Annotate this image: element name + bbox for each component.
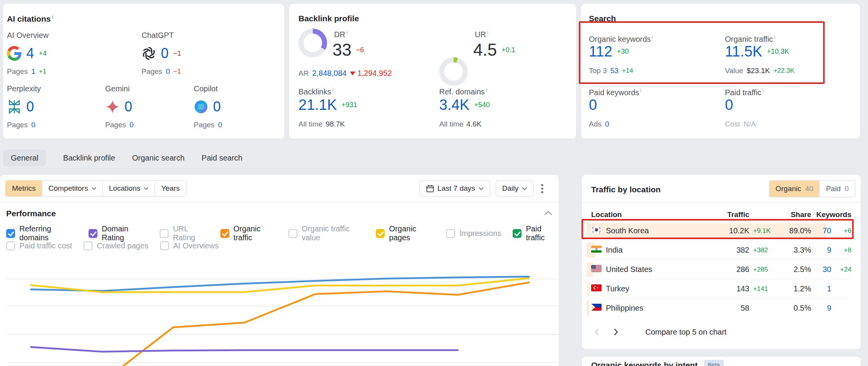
divider bbox=[582, 202, 861, 203]
filter-button-competitors[interactable]: Competitors bbox=[42, 180, 102, 197]
traffic-value: 58 bbox=[711, 304, 749, 313]
keywords-value[interactable]: 30 bbox=[811, 265, 831, 274]
ar-delta: 1,294,952 bbox=[357, 69, 392, 78]
compare-top5-button[interactable]: Compare top 5 on chart bbox=[645, 328, 726, 337]
ai-source-label: Perplexity bbox=[7, 84, 100, 93]
info-icon: i bbox=[332, 87, 333, 92]
table-body: South Korea 10.2K +9.1K 89.0% 70 +6 Indi… bbox=[591, 221, 851, 318]
collapse-chevron-icon[interactable] bbox=[544, 210, 553, 217]
prev-page-icon[interactable] bbox=[588, 323, 605, 340]
metric-checkbox-paid-traffic-cost[interactable]: Paid traffic cost bbox=[6, 241, 72, 250]
metric-checkbox-organic-traffic-value[interactable]: Organic traffic value bbox=[288, 224, 364, 242]
keywords-value[interactable]: 1 bbox=[811, 284, 831, 293]
dashboard-page: AI citationsi AI Overview 4 +4 Pages 1 +… bbox=[0, 0, 868, 366]
ads-value[interactable]: 0 bbox=[605, 120, 609, 128]
pages-count[interactable]: 1 bbox=[31, 67, 36, 76]
metric-checkbox-impressions[interactable]: Impressions bbox=[446, 229, 501, 238]
toggle-organic[interactable]: Organic40 bbox=[769, 181, 820, 197]
share-value: 1.2% bbox=[776, 284, 811, 293]
ar-value[interactable]: 2,848,084 bbox=[312, 69, 346, 78]
paid-traffic-label: Paid traffici bbox=[725, 87, 764, 97]
table-row-india[interactable]: India 382 +382 3.3% 9 +8 bbox=[591, 241, 851, 260]
share-value: 3.3% bbox=[776, 246, 811, 255]
citations-count[interactable]: 4 bbox=[26, 45, 34, 62]
tab-paid-search[interactable]: Paid search bbox=[201, 150, 242, 166]
performance-line-chart[interactable] bbox=[0, 261, 559, 366]
keywords-value[interactable]: 9 bbox=[811, 246, 831, 255]
organic-keywords-delta: +30 bbox=[617, 48, 629, 56]
pages-count[interactable]: 0 bbox=[31, 121, 36, 129]
metric-checkbox-organic-traffic[interactable]: Organic traffic bbox=[220, 224, 277, 242]
metric-checkbox-domain-rating[interactable]: Domain Rating bbox=[89, 224, 148, 242]
citations-count[interactable]: 0 bbox=[213, 99, 221, 115]
ref-domains-value[interactable]: 3.4K bbox=[439, 97, 469, 113]
checkbox-icon bbox=[89, 229, 97, 238]
metric-checkbox-ai-overviews[interactable]: AI Overviews bbox=[160, 241, 219, 250]
metric-checkbox-paid-traffic[interactable]: Paid traffic bbox=[513, 224, 559, 242]
backlink-profile-title: Backlink profile bbox=[298, 14, 359, 23]
metric-checkbox-organic-pages[interactable]: Organic pages bbox=[376, 224, 435, 242]
checkbox-icon bbox=[513, 229, 522, 238]
toggle-paid[interactable]: Paid0 bbox=[819, 181, 855, 197]
pages-delta: −1 bbox=[173, 68, 181, 75]
keywords-delta: +24 bbox=[831, 266, 851, 274]
more-options-icon[interactable] bbox=[539, 182, 546, 195]
paid-keywords-value[interactable]: 0 bbox=[589, 97, 597, 113]
ur-delta: +0.1 bbox=[501, 46, 515, 54]
ref-domains-label: Ref. domainsi bbox=[439, 87, 487, 96]
traffic-by-location-title: Traffic by location bbox=[591, 185, 661, 194]
organic-traffic-value[interactable]: 11.5K bbox=[725, 43, 762, 60]
traffic-value: 382 bbox=[711, 246, 749, 255]
table-row-turkey[interactable]: Turkey 143 +141 1.2% 1 bbox=[591, 279, 851, 299]
flag-ph bbox=[591, 304, 602, 311]
next-page-icon[interactable] bbox=[607, 323, 624, 340]
metric-checkbox-referring-domains[interactable]: Referring domains bbox=[6, 224, 77, 242]
traffic-delta: +9.1K bbox=[749, 227, 776, 235]
ai-source-label: Gemini bbox=[105, 84, 198, 93]
section-tabs: GeneralBacklink profileOrganic searchPai… bbox=[3, 150, 242, 166]
ai-source-label: ChatGPT bbox=[142, 31, 234, 40]
paid-traffic-value-row: 0 bbox=[725, 97, 733, 113]
tab-general[interactable]: General bbox=[3, 150, 46, 166]
table-row-united-states[interactable]: United States 286 +285 2.5% 30 +24 bbox=[591, 260, 851, 279]
keywords-value[interactable]: 70 bbox=[811, 226, 831, 235]
organic-keywords-label: Organic keywordsi bbox=[589, 34, 653, 44]
tab-organic-search[interactable]: Organic search bbox=[132, 150, 185, 166]
metric-checkbox-crawled-pages[interactable]: Crawled pages bbox=[84, 241, 148, 250]
checkbox-icon bbox=[84, 241, 92, 250]
google-icon bbox=[7, 46, 22, 61]
keywords-value[interactable]: 9 bbox=[811, 304, 831, 313]
top3-value[interactable]: 53 bbox=[610, 67, 618, 75]
date-range-button[interactable]: Last 7 days bbox=[420, 180, 490, 197]
pages-count[interactable]: 0 bbox=[218, 121, 222, 129]
pages-count[interactable]: 0 bbox=[130, 121, 134, 129]
citations-count[interactable]: 0 bbox=[161, 45, 169, 62]
info-icon: i bbox=[486, 87, 487, 92]
filter-button-locations[interactable]: Locations bbox=[102, 180, 155, 197]
chevron-down-icon bbox=[92, 187, 96, 190]
traffic-delta: +141 bbox=[749, 285, 776, 293]
filter-button-metrics[interactable]: Metrics bbox=[5, 180, 42, 197]
col-keywords: Keywords bbox=[811, 210, 851, 219]
pages-count[interactable]: 0 bbox=[166, 67, 170, 76]
domain-rating-donut bbox=[298, 29, 327, 57]
table-row-south-korea[interactable]: South Korea 10.2K +9.1K 89.0% 70 +6 bbox=[591, 221, 851, 241]
share-value: 2.5% bbox=[776, 265, 811, 274]
citations-count[interactable]: 0 bbox=[26, 99, 34, 115]
table-row-philippines[interactable]: Philippines 58 0.5% 9 bbox=[591, 299, 851, 318]
citations-delta: +4 bbox=[39, 50, 47, 58]
dr-value: 33 bbox=[333, 40, 351, 60]
ads-row: Ads 0 bbox=[589, 120, 609, 128]
tab-backlink-profile[interactable]: Backlink profile bbox=[63, 150, 115, 166]
dr-delta: −6 bbox=[356, 46, 364, 54]
backlinks-value[interactable]: 21.1K bbox=[298, 97, 337, 113]
citations-count[interactable]: 0 bbox=[124, 99, 132, 115]
ai-source-label: AI Overview bbox=[7, 31, 100, 40]
filter-button-years[interactable]: Years bbox=[155, 180, 186, 197]
granularity-button[interactable]: Daily bbox=[496, 180, 534, 197]
metric-checkbox-url-rating[interactable]: URL Rating bbox=[160, 224, 209, 242]
paid-traffic-value[interactable]: 0 bbox=[725, 97, 733, 113]
organic-keywords-value[interactable]: 112 bbox=[589, 43, 612, 60]
organic-paid-toggle: Organic40Paid0 bbox=[769, 180, 855, 197]
location-name: India bbox=[606, 246, 711, 255]
